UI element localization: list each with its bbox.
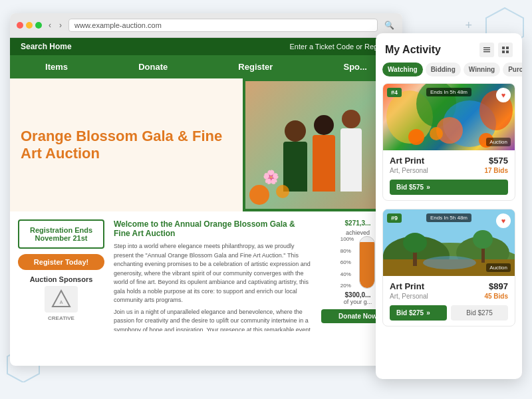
card-subtitle-row-2: Art, Personal 45 Bids [390, 293, 508, 300]
therm-80: 80% [340, 248, 354, 254]
therm-labels: 100% 80% 60% 40% 20% [340, 236, 354, 289]
browser-chrome: ‹ › www.example-auction.com 🔍 [10, 13, 402, 38]
therm-100: 100% [340, 236, 354, 242]
sponsor-logo: A [45, 286, 78, 313]
sponsor-triangle-icon: A [51, 289, 71, 309]
svg-point-27 [403, 233, 427, 253]
search-button[interactable]: 🔍 [383, 21, 396, 30]
nav-items[interactable]: Items [39, 61, 74, 73]
left-border [243, 78, 245, 211]
top-bar-left[interactable]: Search Home [21, 42, 72, 51]
welcome-text-2: Join us in a night of unparalleled elega… [114, 308, 312, 332]
content-left: Registration Ends November 21st Register… [18, 219, 104, 323]
grid-icon [501, 46, 509, 54]
sponsors-label: Auction Sponsors [30, 275, 93, 283]
nav-spo[interactable]: Spo... [337, 61, 374, 73]
svg-rect-8 [506, 47, 509, 49]
therm-20: 20% [340, 283, 354, 289]
svg-rect-9 [502, 51, 505, 53]
hero-title: Orange Blossom Gala & Fine Art Auction [21, 128, 232, 163]
card-item-name-1: Art Print [390, 156, 424, 166]
card-timer-2: Ends In 5h 48m [426, 213, 471, 222]
nav-register[interactable]: Register [231, 61, 279, 73]
svg-point-24 [423, 256, 476, 269]
card-image-2: #9 Ends In 5h 48m ♥ Auction [383, 209, 515, 276]
card-category-2: Art, Personal [390, 293, 428, 300]
thermometer-container: 100% 80% 60% 40% 20% [340, 236, 375, 289]
svg-rect-7 [502, 47, 505, 49]
card-badge-1: #4 [387, 88, 402, 97]
tab-watching[interactable]: Watching [382, 63, 423, 76]
svg-point-28 [473, 230, 493, 249]
activity-panel: My Activity Watching Bidding [376, 33, 522, 379]
card-info-1: Art Print $575 Art, Personal 17 Bids Bid… [383, 150, 515, 200]
card-subtitle-row-1: Art, Personal 17 Bids [390, 167, 508, 174]
person3 [340, 110, 362, 192]
bid-arrows-2: » [426, 309, 430, 317]
dot-yellow[interactable] [26, 22, 33, 29]
bid-primary-label-2: Bid $275 [396, 309, 424, 317]
person2 [313, 115, 335, 192]
reg-ends-label: Registration Ends [25, 226, 98, 234]
svg-point-17 [430, 127, 443, 140]
sponsor-name: CREATIVE [30, 315, 93, 321]
welcome-title: Welcome to the Annual Orange Blossom Gal… [114, 219, 312, 238]
svg-rect-5 [483, 49, 490, 51]
svg-rect-10 [506, 51, 509, 53]
bid-arrows-1: » [426, 184, 430, 191]
grid-view-icon[interactable] [498, 43, 513, 57]
card-actions-2: Bid $275 » Bid $275 [390, 305, 508, 321]
activity-header: My Activity [376, 33, 522, 63]
activity-tabs: Watching Bidding Winning Purchases [376, 63, 522, 76]
dot-green[interactable] [35, 22, 42, 29]
card-price-1: $575 [489, 156, 508, 166]
site-main-nav: Items Donate Register Spo... [10, 55, 402, 78]
tab-bidding[interactable]: Bidding [426, 63, 461, 76]
goal-amount: $300,0... [345, 291, 371, 299]
orange-deco-2 [276, 185, 289, 198]
bid-secondary-button-2[interactable]: Bid $275 [451, 305, 508, 321]
dot-red[interactable] [17, 22, 23, 29]
bid-primary-button-2[interactable]: Bid $275 » [390, 305, 447, 321]
svg-rect-4 [483, 47, 490, 49]
bid-button-1[interactable]: Bid $575 » [390, 180, 508, 195]
amount-raised: $271,3... [345, 219, 371, 227]
therm-60: 60% [340, 259, 354, 265]
welcome-text-1: Step into a world where elegance meets p… [114, 242, 312, 305]
card-title-row-2: Art Print $897 [390, 281, 508, 291]
address-bar[interactable]: www.example-auction.com [68, 19, 378, 32]
card-item-name-2: Art Print [390, 281, 424, 291]
tab-winning[interactable]: Winning [464, 63, 500, 76]
card-auction-label-1: Auction [486, 138, 511, 146]
back-button[interactable]: ‹ [47, 21, 53, 30]
svg-point-16 [408, 129, 424, 145]
goal-label: of your g... [344, 299, 372, 305]
card-price-2: $897 [489, 281, 508, 291]
card-timer-1: Ends In 5h 48m [426, 88, 471, 96]
hero-section: Orange Blossom Gala & Fine Art Auction [10, 78, 402, 211]
list-icon [483, 46, 491, 54]
card-title-row-1: Art Print $575 [390, 156, 508, 166]
list-view-icon[interactable] [479, 43, 494, 57]
achieved-label: achieved [346, 229, 370, 236]
card-heart-2[interactable]: ♥ [496, 213, 511, 228]
auction-card-2: #9 Ends In 5h 48m ♥ Auction Art Print $8… [382, 209, 515, 327]
register-today-button[interactable]: Register Today! [18, 254, 104, 270]
hero-left: Orange Blossom Gala & Fine Art Auction [10, 78, 243, 211]
people-group [283, 98, 362, 192]
card-bids-2: 45 Bids [484, 293, 508, 300]
svg-rect-6 [483, 51, 490, 53]
thermometer [359, 236, 375, 289]
orange-deco-1 [249, 185, 269, 205]
reg-ends-box: Registration Ends November 21st [18, 219, 104, 249]
auction-card-1: #4 Ends In 5h 48m ♥ Auction Art Print $5… [382, 83, 515, 201]
person1 [283, 120, 307, 192]
reg-ends-date: November 21st [25, 234, 98, 242]
nav-donate[interactable]: Donate [132, 61, 174, 73]
flower-deco: 🌸 [263, 169, 279, 185]
forward-button[interactable]: › [58, 21, 63, 30]
tab-purchases[interactable]: Purchases [503, 63, 522, 76]
card-image-1: #4 Ends In 5h 48m ♥ Auction [383, 84, 515, 150]
card-bids-1: 17 Bids [484, 167, 508, 174]
card-heart-1[interactable]: ♥ [496, 88, 511, 102]
